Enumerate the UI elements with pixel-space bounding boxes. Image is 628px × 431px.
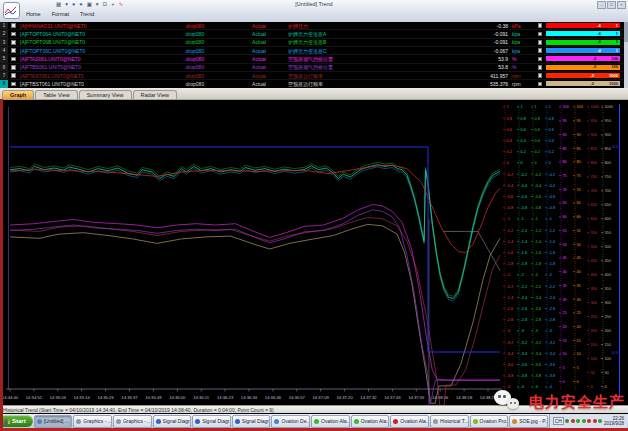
svg-text:-1.8: -1.8	[549, 262, 556, 266]
taskbar-button[interactable]: Signal Diagr...	[153, 415, 192, 428]
table-row[interactable]: 3 [A]FTOPT06B.UNIT0@NET0 drop080 Actual …	[0, 39, 624, 47]
row-checkbox[interactable]	[8, 23, 19, 28]
taskbar-button[interactable]: Graphics - ...	[113, 415, 152, 428]
svg-text:-3.4: -3.4	[549, 352, 556, 356]
taskbar-button[interactable]: Signal Diagr...	[192, 415, 231, 428]
svg-text:-1.4: -1.4	[549, 240, 556, 244]
row-checkbox[interactable]	[8, 40, 19, 45]
taskbar-button[interactable]: Ovation Ala...	[351, 415, 390, 428]
tray-status-icon[interactable]	[576, 419, 580, 423]
svg-text:0.2: 0.2	[549, 150, 554, 154]
svg-text:0.8: 0.8	[549, 117, 554, 121]
scale-checkbox[interactable]	[534, 48, 546, 53]
table-row[interactable]: 4 [A]FTOPT06C.UNIT0@NET0 drop080 Actual …	[0, 47, 624, 55]
row-checkbox[interactable]	[8, 57, 19, 62]
svg-text:0: 0	[605, 385, 607, 389]
draw-curve-icon[interactable]: ∿	[118, 1, 123, 7]
dropdown-arrow-icon[interactable]: ▾	[96, 1, 99, 7]
svg-text:14:36:57: 14:36:57	[289, 395, 306, 400]
trend-graph-panel[interactable]: 14:34:4014:34:5114:35:0314:35:1414:35:26…	[0, 100, 628, 405]
taskbar-button[interactable]: Ovation De...	[271, 415, 310, 428]
trend-plot[interactable]: 14:34:4014:34:5114:35:0314:35:1414:35:26…	[0, 100, 628, 405]
menu-home[interactable]: Home	[26, 11, 41, 17]
quick-access-toolbar: ▦▾●●▣▾⊡+∿	[56, 1, 123, 7]
menu-format[interactable]: Format	[52, 11, 69, 17]
table-scrollbar[interactable]	[624, 22, 628, 88]
svg-text:14:36:46: 14:36:46	[265, 395, 282, 400]
row-checkbox[interactable]	[8, 82, 19, 87]
engineering-unit: rpm	[508, 81, 534, 87]
scale-checkbox[interactable]	[534, 40, 546, 45]
tray-status-icon[interactable]	[587, 419, 591, 423]
row-checkbox[interactable]	[8, 73, 19, 78]
svg-text:-2.4: -2.4	[507, 296, 514, 300]
scale-max: 100	[611, 56, 618, 62]
tray-status-icon[interactable]	[582, 419, 586, 423]
chart-tool-icon[interactable]: ▦	[56, 1, 61, 7]
pan-left-icon[interactable]: ●	[72, 1, 75, 7]
taskbar-button[interactable]: SOE.jpg - P...	[509, 415, 548, 428]
maximize-button[interactable]: □	[607, 1, 616, 9]
svg-text:-2.6: -2.6	[535, 307, 542, 311]
checkbox-icon	[11, 48, 16, 53]
window-layout-icon[interactable]: ▣	[87, 1, 92, 7]
svg-text:14:37:32: 14:37:32	[360, 395, 377, 400]
tray-status-icon[interactable]	[593, 419, 597, 423]
taskbar-button[interactable]: Ovation Ala...	[311, 415, 350, 428]
row-checkbox[interactable]	[8, 32, 19, 37]
svg-text:750: 750	[591, 175, 597, 179]
scale-checkbox[interactable]	[534, 32, 546, 37]
dropdown-arrow-icon[interactable]: ▾	[65, 1, 68, 7]
watermark-text: 电力安全生产	[529, 393, 625, 412]
system-tray: CH 22:26 2019/9/28	[549, 414, 627, 428]
taskbar-button[interactable]: Signal Diagr...	[232, 415, 271, 428]
svg-text:-3: -3	[507, 329, 510, 333]
tray-status-icon[interactable]	[571, 419, 575, 423]
tab-graph[interactable]: Graph	[2, 90, 34, 99]
add-point-icon[interactable]: +	[111, 1, 114, 7]
zoom-select-icon[interactable]: ⊡	[103, 1, 108, 7]
table-row[interactable]: 2 [A]FTOPT06A.UNIT0@NET0 drop080 Actual …	[0, 30, 624, 38]
scale-checkbox[interactable]	[534, 65, 546, 70]
row-number: 2	[0, 30, 8, 37]
minimize-button[interactable]: –	[597, 1, 606, 9]
scale-checkbox[interactable]	[534, 57, 546, 62]
tab-table-view[interactable]: Table View	[35, 90, 78, 99]
scale-checkbox[interactable]	[534, 73, 546, 78]
window-chrome: [Untitled] Trend ▦▾●●▣▾⊡+∿ HomeFormatTre…	[0, 0, 628, 23]
language-indicator[interactable]: CH	[553, 417, 564, 425]
svg-text:100: 100	[605, 357, 611, 361]
taskbar-button[interactable]: [Untitled] ...	[34, 415, 73, 428]
tray-status-icon[interactable]	[565, 419, 569, 423]
svg-text:-2.8: -2.8	[521, 318, 528, 322]
current-value: 535.376	[468, 81, 508, 87]
tab-radar-view[interactable]: Radar View	[133, 90, 177, 99]
svg-text:-1.6: -1.6	[549, 251, 556, 255]
table-row[interactable]: 7 [A]FTAST061.UNIT0@NET0 drop080 Actual …	[0, 72, 624, 80]
scale-checkbox[interactable]	[534, 23, 546, 28]
tray-status-icon[interactable]	[598, 419, 602, 423]
table-row[interactable]: 5 [A]FTAS061.UNIT0@NET0 drop080 Actual 空…	[0, 55, 624, 63]
row-checkbox[interactable]	[8, 65, 19, 70]
svg-text:85: 85	[563, 147, 567, 151]
start-button[interactable]: Start	[1, 415, 33, 427]
taskbar-button[interactable]: Historical T...	[430, 415, 469, 428]
close-button[interactable]: ×	[617, 1, 626, 9]
svg-text:10: 10	[577, 352, 581, 356]
scale-checkbox[interactable]	[534, 82, 546, 87]
taskbar-button[interactable]: Ovation Ala...	[390, 415, 429, 428]
table-row[interactable]: 1 [A]HHANAC01.UNIT0@NET0 drop080 Actual …	[0, 22, 624, 30]
row-checkbox[interactable]	[8, 48, 19, 53]
svg-text:0: 0	[521, 161, 523, 165]
taskbar-button[interactable]: Ovation Pro...	[470, 415, 509, 428]
svg-text:85: 85	[577, 147, 581, 151]
tab-summary-view[interactable]: Summary View	[79, 90, 132, 99]
pan-right-icon[interactable]: ●	[79, 1, 82, 7]
table-row[interactable]: 6 [A]FTBS061.UNIT0@NET0 drop080 Actual 空…	[0, 64, 624, 72]
scale-range-bar: -4 1	[546, 48, 620, 53]
svg-text:1: 1	[507, 105, 509, 109]
menu-trend[interactable]: Trend	[80, 11, 94, 17]
taskbar-button[interactable]: Graphics - ...	[73, 415, 112, 428]
checkbox-icon	[538, 65, 543, 70]
svg-text:14:35:03: 14:35:03	[50, 395, 67, 400]
